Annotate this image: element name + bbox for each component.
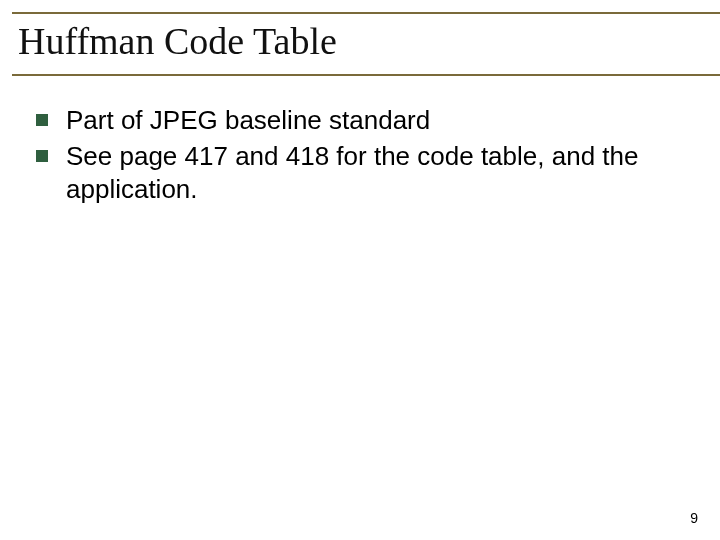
page-number: 9 [690, 510, 698, 526]
square-bullet-icon [36, 150, 48, 162]
slide-title: Huffman Code Table [18, 20, 720, 64]
list-item: See page 417 and 418 for the code table,… [36, 140, 662, 205]
slide-body: Part of JPEG baseline standard See page … [18, 104, 702, 206]
square-bullet-icon [36, 114, 48, 126]
bullet-text: Part of JPEG baseline standard [66, 104, 430, 137]
title-rule-box: Huffman Code Table [12, 12, 720, 76]
slide: Huffman Code Table Part of JPEG baseline… [0, 0, 720, 540]
list-item: Part of JPEG baseline standard [36, 104, 662, 137]
bullet-text: See page 417 and 418 for the code table,… [66, 140, 662, 205]
